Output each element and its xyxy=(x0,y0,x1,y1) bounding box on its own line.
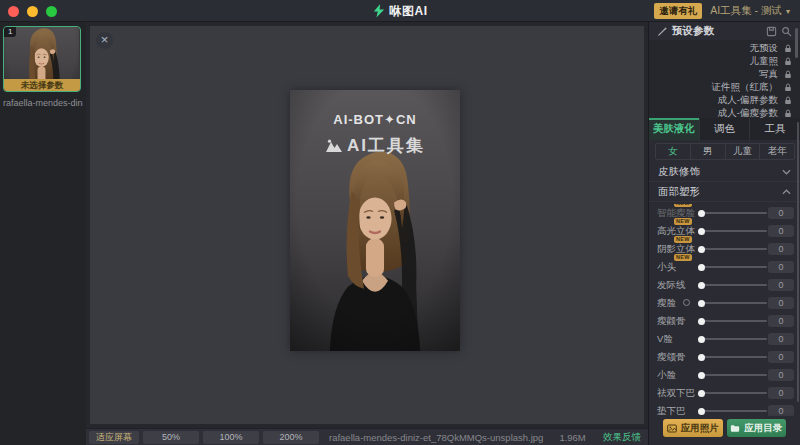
slider-handle[interactable] xyxy=(698,408,705,415)
new-badge: NEW xyxy=(674,204,692,207)
preset-label: 写真 xyxy=(759,68,778,81)
preset-label: 证件照（红底） xyxy=(712,81,779,94)
zoom-button[interactable]: 50% xyxy=(143,431,199,444)
slider-label: V脸 xyxy=(657,330,673,348)
panel-scrollbar[interactable] xyxy=(797,122,799,402)
slider-row: NEW V脸 0 xyxy=(649,330,800,348)
slider-label: 祛双下巴 xyxy=(657,384,695,402)
new-badge: NEW xyxy=(674,254,692,261)
tab-label: 美肤液化 xyxy=(653,122,695,136)
preset-panel-header: 预设参数 xyxy=(649,22,800,40)
wand-icon xyxy=(657,26,668,37)
lock-icon xyxy=(784,70,792,79)
slider-handle[interactable] xyxy=(698,372,705,379)
lock-icon xyxy=(784,96,792,105)
slider-handle[interactable] xyxy=(698,210,705,217)
slider-handle[interactable] xyxy=(698,282,705,289)
tab-label: 调色 xyxy=(714,122,735,136)
lock-icon xyxy=(784,57,792,66)
settings-panel: 预设参数 无预设 儿童照 写真 证件照（红 xyxy=(648,22,800,445)
search-icon[interactable] xyxy=(781,26,792,37)
tool-tab[interactable]: 调色 xyxy=(700,118,751,140)
slider-track[interactable] xyxy=(703,356,767,358)
slider-handle[interactable] xyxy=(698,300,705,307)
editor-canvas: × AI-BOT✦CN AI工具集 xyxy=(86,22,648,428)
slider-row: NEW 小脸 0 xyxy=(649,366,800,384)
gender-tab[interactable]: 女 xyxy=(656,144,691,159)
slider-handle[interactable] xyxy=(698,246,705,253)
preset-item[interactable]: 成人-偏胖参数 xyxy=(649,94,800,107)
slider-value: 0 xyxy=(768,297,794,309)
photo-thumbnail[interactable]: 1 未选择参数 xyxy=(3,26,81,92)
invite-reward-button[interactable]: 邀请有礼 xyxy=(654,3,702,19)
lock-icon xyxy=(784,109,792,118)
slider-track[interactable] xyxy=(703,212,767,214)
slider-track[interactable] xyxy=(703,338,767,340)
gender-tab[interactable]: 男 xyxy=(691,144,726,159)
feedback-link[interactable]: 效果反馈 xyxy=(603,431,641,444)
apply-photo-button[interactable]: 应用照片 xyxy=(663,419,723,437)
canvas-area[interactable]: × AI-BOT✦CN AI工具集 xyxy=(90,26,644,424)
gender-tab[interactable]: 儿童 xyxy=(726,144,761,159)
zoom-button[interactable]: 100% xyxy=(203,431,259,444)
slider-handle[interactable] xyxy=(698,264,705,271)
preset-scrollbar[interactable] xyxy=(795,28,798,58)
preset-label: 儿童照 xyxy=(750,55,779,68)
slider-value: 0 xyxy=(768,315,794,327)
no-preset-banner: 未选择参数 xyxy=(4,79,80,91)
slider-value: 0 xyxy=(768,243,794,255)
account-menu[interactable]: AI工具集 - 测试 ▾ xyxy=(710,4,790,18)
main-photo: AI-BOT✦CN AI工具集 xyxy=(290,90,460,351)
apply-directory-label: 应用目录 xyxy=(744,422,782,435)
tool-tab-bar: 美肤液化 调色 工具 xyxy=(649,118,800,140)
apply-directory-button[interactable]: 应用目录 xyxy=(727,419,787,437)
folder-icon xyxy=(730,424,740,433)
gender-label: 儿童 xyxy=(733,145,752,158)
section-skin-retouch[interactable]: 皮肤修饰 xyxy=(649,162,800,182)
app-window: 咻图AI 邀请有礼 AI工具集 - 测试 ▾ 1 未选择参数 rafaella-… xyxy=(0,0,800,445)
slider-track[interactable] xyxy=(703,230,767,232)
slider-track[interactable] xyxy=(703,302,767,304)
gender-label: 老年 xyxy=(768,145,787,158)
slider-track[interactable] xyxy=(703,320,767,322)
thumbnail-filename: rafaella-mendes-diniz-... xyxy=(3,98,83,108)
tool-tab[interactable]: 工具 xyxy=(750,118,800,140)
slider-value: 0 xyxy=(768,387,794,399)
slider-track[interactable] xyxy=(703,284,767,286)
slider-row: NEW 瘦颧骨 0 xyxy=(649,312,800,330)
preset-item[interactable]: 写真 xyxy=(649,68,800,81)
preset-item[interactable]: 儿童照 xyxy=(649,55,800,68)
tool-tab[interactable]: 美肤液化 xyxy=(649,118,700,140)
slider-handle[interactable] xyxy=(698,318,705,325)
zoom-controls: 适应屏幕50%100%200% xyxy=(89,431,319,444)
slider-track[interactable] xyxy=(703,374,767,376)
slider-track[interactable] xyxy=(703,248,767,250)
slider-track[interactable] xyxy=(703,392,767,394)
slider-handle[interactable] xyxy=(698,390,705,397)
gender-label: 男 xyxy=(703,145,713,158)
preset-item[interactable]: 证件照（红底） xyxy=(649,81,800,94)
slider-handle[interactable] xyxy=(698,228,705,235)
section-face-shaping[interactable]: 面部塑形 xyxy=(649,182,800,202)
zoom-button[interactable]: 200% xyxy=(263,431,319,444)
zoom-button[interactable]: 适应屏幕 xyxy=(89,431,139,444)
slider-track[interactable] xyxy=(703,266,767,268)
close-image-button[interactable]: × xyxy=(96,32,113,49)
slider-value: 0 xyxy=(768,369,794,381)
gender-tab[interactable]: 老年 xyxy=(760,144,794,159)
preset-panel-title: 预设参数 xyxy=(672,24,714,38)
title-bar: 咻图AI 邀请有礼 AI工具集 - 测试 ▾ xyxy=(0,0,800,22)
tab-label: 工具 xyxy=(765,122,786,136)
chevron-up-icon xyxy=(782,189,791,195)
open-filename: rafaella-mendes-diniz-et_78QkMMQs-unspla… xyxy=(329,432,543,443)
slider-row: NEW 祛双下巴 0 xyxy=(649,384,800,402)
slider-label: 发际线 xyxy=(657,276,686,294)
save-icon[interactable] xyxy=(766,26,777,37)
slider-row: NEW 发际线 0 xyxy=(649,276,800,294)
preset-list: 无预设 儿童照 写真 证件照（红底） 成人-偏胖参数 成人-偏瘦参数 xyxy=(649,40,800,118)
preset-label: 无预设 xyxy=(750,42,779,55)
slider-handle[interactable] xyxy=(698,336,705,343)
preset-item[interactable]: 无预设 xyxy=(649,42,800,55)
slider-handle[interactable] xyxy=(698,354,705,361)
slider-track[interactable] xyxy=(703,410,767,412)
